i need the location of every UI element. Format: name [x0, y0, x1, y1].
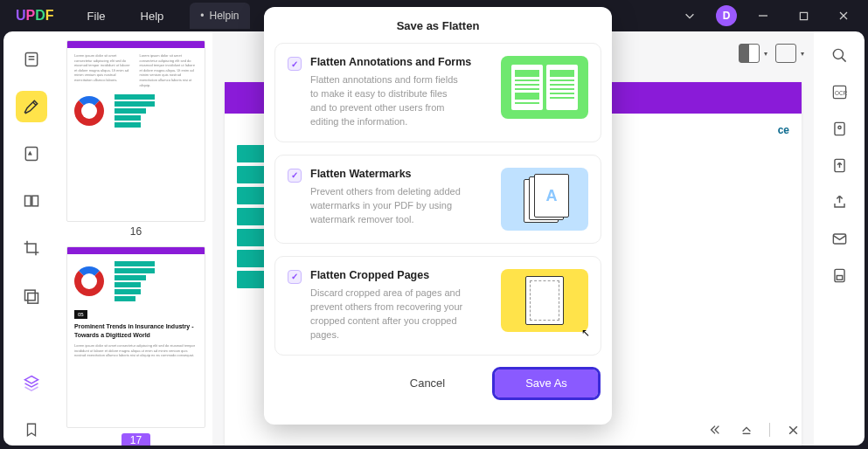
right-toolbar: OCR — [814, 31, 865, 446]
save-as-flatten-dialog: Save as Flatten Flatten Annotations and … — [264, 7, 612, 425]
tab-title: Helpin — [209, 10, 239, 22]
window-close[interactable] — [830, 3, 858, 28]
option-desc: Discard cropped area of pages and preven… — [310, 287, 463, 342]
page-heading: Prominent Trends in Insurance Industry -… — [74, 322, 198, 340]
option-title: Flatten Watermarks — [310, 168, 492, 180]
dialog-title: Save as Flatten — [274, 19, 601, 32]
reader-tool-icon[interactable] — [16, 44, 47, 75]
layers-icon[interactable] — [16, 367, 47, 398]
svg-point-20 — [837, 126, 840, 128]
checkbox-cropped[interactable] — [288, 270, 302, 284]
tab-indicator: • — [200, 10, 204, 22]
user-avatar[interactable]: D — [716, 5, 737, 26]
option-flatten-annotations[interactable]: Flatten Annotations and Forms Flatten an… — [274, 43, 601, 142]
edit-tool-icon[interactable] — [16, 138, 47, 169]
bookmark-icon[interactable] — [16, 414, 47, 446]
menu-file[interactable]: File — [70, 10, 123, 23]
save-as-button[interactable]: Save As — [495, 370, 598, 397]
svg-rect-9 — [32, 196, 38, 206]
checkbox-watermarks[interactable] — [288, 169, 302, 183]
close-nav-button[interactable] — [784, 421, 802, 439]
background-dropdown[interactable]: ▾ — [775, 44, 796, 63]
app-logo: UPDF — [0, 8, 70, 24]
option-desc: Prevent others from deleting added water… — [310, 185, 463, 227]
share-icon[interactable] — [830, 192, 849, 211]
document-tab[interactable]: • Helpin — [190, 3, 249, 29]
svg-line-16 — [841, 57, 845, 61]
svg-rect-11 — [28, 294, 38, 304]
option-flatten-watermarks[interactable]: Flatten Watermarks Prevent others from d… — [274, 155, 601, 244]
window-minimize[interactable] — [749, 3, 777, 28]
page-badge: 05 — [74, 310, 87, 319]
thumbnail-page-17[interactable]: 05 Prominent Trends in Insurance Industr… — [66, 246, 205, 428]
thumbnail-label-16: 16 — [66, 225, 205, 238]
option-title: Flatten Annotations and Forms — [310, 56, 492, 68]
thumbnail-page-16[interactable]: Lorem ipsum dolor sit amet consectetur a… — [66, 40, 205, 222]
svg-rect-24 — [837, 275, 842, 280]
checkbox-annotations[interactable] — [288, 57, 302, 71]
export-icon[interactable] — [830, 155, 849, 175]
email-icon[interactable] — [830, 229, 849, 248]
option-title: Flatten Cropped Pages — [310, 269, 492, 281]
option-flatten-cropped[interactable]: Flatten Cropped Pages Discard cropped ar… — [274, 256, 601, 356]
option-desc: Flatten annotations and form fields to m… — [310, 73, 463, 129]
crop-tool-icon[interactable] — [16, 232, 47, 264]
svg-rect-1 — [800, 12, 807, 19]
page-nav-controls — [706, 421, 802, 439]
window-maximize[interactable] — [789, 3, 817, 28]
organize-tool-icon[interactable] — [16, 185, 47, 217]
form-icon[interactable] — [830, 119, 849, 138]
page-display-dropdown[interactable]: ▾ — [739, 44, 760, 63]
comment-tool-icon[interactable] — [16, 91, 47, 122]
illustration-cropped-icon: ↖ — [501, 269, 588, 332]
chevron-down-icon[interactable] — [676, 3, 704, 28]
svg-rect-10 — [25, 290, 36, 300]
svg-rect-8 — [25, 196, 31, 206]
redact-tool-icon[interactable] — [16, 280, 47, 311]
illustration-watermarks-icon: A — [501, 168, 588, 231]
illustration-annotations-icon — [501, 56, 588, 119]
ocr-icon[interactable]: OCR — [830, 82, 849, 101]
thumbnail-panel: Lorem ipsum dolor sit amet consectetur a… — [59, 31, 212, 446]
left-toolbar — [3, 31, 59, 446]
cancel-button[interactable]: Cancel — [376, 370, 479, 397]
thumbnail-label-17: 17 — [122, 433, 150, 446]
prev-page-button[interactable] — [738, 421, 755, 439]
first-page-button[interactable] — [706, 421, 724, 439]
search-icon[interactable] — [830, 45, 849, 65]
svg-point-15 — [833, 49, 843, 59]
print-icon[interactable] — [830, 266, 849, 285]
divider — [769, 423, 770, 437]
svg-text:OCR: OCR — [834, 89, 846, 95]
menu-help[interactable]: Help — [123, 10, 182, 23]
view-toolbar: ▾ ▾ — [739, 44, 796, 63]
